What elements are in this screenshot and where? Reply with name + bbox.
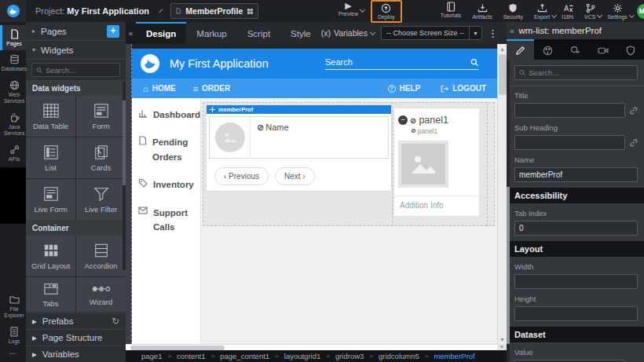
tabindex-input[interactable] [514,221,638,236]
widget-live-filter[interactable]: Live Filter [76,179,126,220]
nav-logout[interactable]: LOGOUT [441,84,486,93]
menu-item-support-calls[interactable]: Support Calls [138,206,194,235]
expand-panel-icon[interactable]: » [510,27,514,35]
rail-item-databases[interactable]: Databases [0,50,26,75]
height-input[interactable] [514,306,638,321]
breadcrumb-content1[interactable]: content1 [177,352,205,360]
left-panel-scrollbar[interactable] [123,82,126,270]
panel1-widget[interactable]: − ⊘ panel1 ⊘ panel1 [393,108,480,217]
wavemaker-logo[interactable] [0,0,26,22]
rail-item-apis[interactable]: APIs [0,141,26,166]
variables-dropdown[interactable]: (x) Variables [321,28,375,38]
breadcrumb-gridrow3[interactable]: gridrow3 [335,352,364,360]
preview-chevron-icon[interactable] [360,6,365,12]
rail-item-pages[interactable]: Pages [0,25,26,50]
width-input[interactable] [514,274,638,289]
page-structure-section[interactable]: ▸ Page Structure [26,329,126,346]
widget-live-form[interactable]: Live Form [26,179,75,220]
property-search-input[interactable] [529,68,633,77]
widget-tabs[interactable]: Tabs [26,277,75,312]
breadcrumb-page-content1[interactable]: page_content1 [220,352,269,360]
right-panel-scrollbar[interactable] [507,60,510,362]
tab-markup[interactable]: Markup [186,22,236,44]
rail-item-java-services[interactable]: Java Services [0,108,26,141]
menu-item-inventory[interactable]: Inventory [138,177,194,192]
app-search-input[interactable] [325,57,470,67]
list-item-picture-cell[interactable] [210,117,251,158]
subheading-input[interactable] [514,135,625,150]
data-table-icon [42,103,60,119]
title-input[interactable] [514,103,625,118]
pages-section-header[interactable]: ▸ Pages + [26,22,126,41]
page-selector-dropdown[interactable]: MemberProfile [170,3,258,19]
user-avatar[interactable]: MP [637,4,644,19]
rail-item-web-services[interactable]: Web Services [0,76,26,108]
tab-security[interactable] [617,39,644,60]
list-item-name-field[interactable]: ⊘ Name [251,117,289,158]
name-input[interactable] [514,167,638,182]
tab-design[interactable]: Design [136,22,186,44]
nav-home[interactable]: ⌂ HOME [143,84,176,93]
next-page-button[interactable]: Next › [275,167,315,185]
move-icon[interactable] [210,107,215,112]
widget-search-input[interactable] [46,66,115,75]
breadcrumb-memberprof[interactable]: memberProf [434,352,474,360]
nav-order[interactable]: ≡ ORDER [193,84,231,93]
app-search-icon[interactable] [470,58,478,67]
panel-image-placeholder[interactable] [398,141,448,188]
scroll-down-arrow[interactable]: ▼ [498,335,507,344]
menu-item-pending-orders[interactable]: Pending Orders [138,135,194,164]
tutorials-button[interactable]: Tutorials [435,0,467,20]
canvas-horizontal-scrollbar[interactable] [126,344,497,350]
canvas-vertical-scrollbar[interactable]: ▲ ▼ [497,44,507,344]
widget-cards[interactable]: Cards [76,137,126,178]
nav-help[interactable]: ? HELP [388,84,421,93]
list-widget-header[interactable]: memberProf [207,105,391,114]
security-button[interactable]: Security [498,2,529,21]
export-button[interactable]: Export [529,2,555,21]
tab-events[interactable] [562,39,589,60]
breadcrumb-layoutgrid1[interactable]: layoutgrid1 [284,352,320,360]
more-options-icon[interactable]: ⋮ [482,27,503,39]
memberprof-list-widget[interactable]: memberProf ⊘ Name [206,104,392,192]
settings-button[interactable]: Settings [602,2,632,21]
breadcrumb-gridcolumn5[interactable]: gridcolumn5 [379,352,419,360]
prefabs-section[interactable]: ▸ Prefabs ↻ [26,313,126,329]
widget-list[interactable]: List [26,137,75,178]
tab-styles[interactable] [534,39,562,60]
tab-script[interactable]: Script [237,22,280,44]
artifacts-button[interactable]: Artifacts [467,2,497,21]
panel-header[interactable]: − ⊘ panel1 [394,108,479,126]
widget-grid-layout[interactable]: Grid Layout [26,236,75,276]
rail-item-logs[interactable]: Logs [0,323,26,348]
breadcrumb-page1[interactable]: page1 [141,352,162,360]
app-search-field[interactable] [325,57,478,70]
widget-form[interactable]: Form [76,96,126,137]
rail-more-button[interactable]: ⋯ [0,348,26,359]
tab-properties[interactable] [507,39,534,60]
refresh-icon[interactable]: ↻ [112,316,119,327]
add-page-button[interactable]: + [107,25,119,38]
widget-wizard[interactable]: Wizard [76,277,126,312]
widget-accordion[interactable]: Accordion [76,236,126,276]
rail-item-file-explorer[interactable]: File Explorer [0,291,26,323]
screen-size-select[interactable]: -- Choose Screen Size -- ▼ [381,26,482,40]
bind-link-icon[interactable] [629,106,638,115]
vcs-button[interactable]: VCS [579,2,601,21]
deploy-button[interactable]: Deploy [372,2,401,21]
menu-item-dashboard[interactable]: Dashboard [138,108,194,122]
tab-style[interactable]: Style [280,22,321,44]
panel-collapse-icon[interactable]: − [398,115,408,125]
variables-section[interactable]: ▸ Variables [26,346,126,362]
previous-page-button[interactable]: ‹ Previous [214,167,269,185]
scroll-up-arrow[interactable]: ▲ [498,44,507,53]
preview-button[interactable]: ▶ Preview [333,0,364,18]
bind-link-icon[interactable] [629,138,638,147]
vertical-scroll-thumb[interactable] [499,54,507,95]
widget-data-table[interactable]: Data Table [26,96,75,137]
i18n-button[interactable]: I18N [556,2,579,21]
tab-devices[interactable] [589,39,617,60]
list-item-template[interactable]: ⊘ Name [209,116,389,159]
collapse-left-panel-button[interactable]: « [126,22,136,44]
widgets-section-header[interactable]: ▾ Widgets [26,41,126,60]
